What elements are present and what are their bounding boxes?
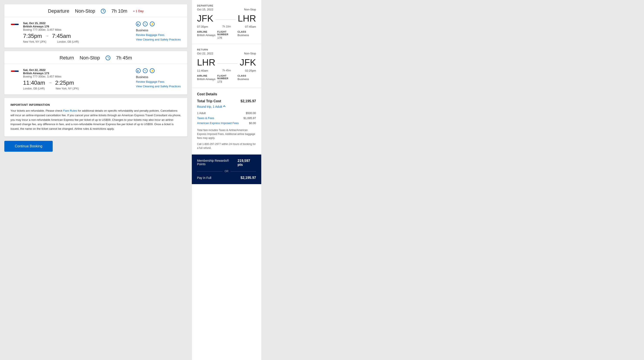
- departure-plus-day: + 1 Day: [133, 9, 144, 13]
- sidebar-departure-line: [216, 19, 236, 20]
- return-aircraft: Boeing 777-300er,: [23, 75, 46, 78]
- fare-rules-link[interactable]: Fare Rules: [63, 109, 77, 112]
- departure-arrive-time: 7:45am: [52, 33, 71, 40]
- departure-amenities: ▶ ∿ ⚡: [136, 22, 154, 26]
- return-entertainment-icon: ▶: [136, 68, 141, 73]
- call-note: Call 1-800-297-2977 within 24 hours of b…: [197, 142, 256, 150]
- important-body-start: Your tickets are refundable. Please chec…: [10, 109, 63, 112]
- return-power-icon: ⚡: [150, 68, 154, 73]
- continue-booking-button[interactable]: Continue Booking: [4, 141, 53, 152]
- return-baggage-link[interactable]: Review Baggage Fees: [136, 80, 164, 83]
- sidebar-ret-class-label: CLASS: [238, 74, 256, 77]
- return-clock-icon: [106, 56, 110, 60]
- total-trip-row: Total Trip Cost $2,195.97: [197, 99, 256, 103]
- sidebar-departure-duration: 7h 10m: [222, 25, 231, 28]
- total-trip-value: $2,195.97: [240, 99, 256, 103]
- sidebar-return-arrive: 02:25pm: [245, 69, 256, 72]
- wifi-icon: ∿: [143, 22, 148, 26]
- sidebar-dep-airline-value: British Airways: [197, 34, 216, 37]
- sidebar-departure-label: DEPARTURE: [197, 4, 256, 7]
- departure-duration: 7h 10m: [112, 8, 127, 14]
- points-label: Membership Rewards® Points: [197, 159, 238, 166]
- return-type: Non-Stop: [80, 55, 100, 61]
- departure-arrive-city: London, GB (LHR): [57, 40, 79, 43]
- sidebar-dep-airline-label: AIRLINE: [197, 30, 216, 33]
- sidebar-ret-flight-label: FLIGHT NUMBER: [217, 74, 236, 80]
- sidebar-return-to: JFK: [240, 57, 256, 68]
- taxes-value: $1,695.97: [244, 116, 256, 120]
- entertainment-icon: ▶: [136, 22, 141, 26]
- departure-flight-info: Sat, Oct 15, 2022 British Airways 176 Bo…: [23, 22, 132, 43]
- sidebar: DEPARTURE Oct 15, 2022 Non-Stop JFK LHR …: [192, 0, 261, 360]
- return-duration: 7h 45m: [116, 55, 132, 61]
- sidebar-dep-class-label: CLASS: [238, 30, 256, 33]
- sidebar-departure-section: DEPARTURE Oct 15, 2022 Non-Stop JFK LHR …: [192, 0, 261, 44]
- sidebar-departure-to: LHR: [238, 13, 256, 24]
- amex-value: $0.00: [249, 122, 256, 125]
- return-cleaning-link[interactable]: View Cleaning and Safety Practices: [136, 85, 181, 88]
- or-divider: OR: [197, 170, 256, 173]
- sidebar-return-times: 11:40am 7h 45m 02:25pm: [197, 69, 256, 72]
- adult-label: 1 Adult: [197, 112, 206, 115]
- return-amenities: ▶ ∿ ⚡: [136, 68, 154, 73]
- departure-card: Departure Non-Stop 7h 10m + 1 Day Sat, O…: [4, 4, 187, 48]
- sidebar-departure-date: Oct 15, 2022: [197, 8, 213, 11]
- return-miles: 3,457 Miles: [47, 75, 62, 78]
- round-trip-toggle[interactable]: Round trip, 1 Adult: [197, 105, 256, 108]
- arrow-icon: →: [45, 34, 49, 38]
- taxes-cost-row: Taxes & Fees $1,695.97: [197, 116, 256, 120]
- sidebar-return-airports: LHR JFK: [197, 57, 256, 68]
- sidebar-return-section: RETURN Oct 22, 2022 Non-Stop LHR JFK 11:…: [192, 44, 261, 88]
- sidebar-return-details: AIRLINE British Airways FLIGHT NUMBER 17…: [197, 74, 256, 83]
- total-trip-label: Total Trip Cost: [197, 99, 221, 103]
- sidebar-departure-airports: JFK LHR: [197, 13, 256, 24]
- return-wifi-icon: ∿: [143, 68, 148, 73]
- departure-cleaning-link[interactable]: View Cleaning and Safety Practices: [136, 38, 181, 41]
- sidebar-cost-section: Cost Details Total Trip Cost $2,195.97 R…: [192, 88, 261, 154]
- sidebar-dep-flight-value: 176: [217, 36, 236, 40]
- sidebar-return-from: LHR: [197, 57, 215, 68]
- departure-baggage-link[interactable]: Review Baggage Fees: [136, 33, 164, 36]
- sidebar-return-class-col: CLASS Business: [238, 74, 256, 83]
- sidebar-return-date-row: Oct 22, 2022 Non-Stop: [197, 52, 256, 55]
- sidebar-departure-date-row: Oct 15, 2022 Non-Stop: [197, 8, 256, 11]
- return-flight-info: Sat, Oct 22, 2022 British Airways 173 Bo…: [23, 68, 132, 90]
- sidebar-points-section: Membership Rewards® Points 219,597 pts O…: [192, 154, 261, 184]
- sidebar-return-line: [218, 63, 238, 64]
- or-text: OR: [225, 170, 228, 173]
- sidebar-departure-times: 07:35pm 7h 10m 07:45am: [197, 25, 256, 28]
- return-right: ▶ ∿ ⚡ Business Review Baggage Fees View …: [136, 68, 181, 88]
- sidebar-departure-details: AIRLINE British Airways FLIGHT NUMBER 17…: [197, 30, 256, 40]
- taxes-label: Taxes & Fees: [197, 116, 214, 120]
- sidebar-return-flight-col: FLIGHT NUMBER 173: [217, 74, 236, 83]
- important-info-section: IMPORTANT INFORMATION Your tickets are r…: [4, 98, 187, 136]
- return-header: Return Non-Stop 7h 45m: [4, 51, 187, 64]
- return-airline: British Airways 173: [23, 72, 49, 75]
- return-arrive-time: 2:25pm: [55, 80, 74, 86]
- round-trip-label: Round trip, 1 Adult: [197, 105, 222, 108]
- sidebar-ret-airline-value: British Airways: [197, 78, 216, 81]
- pay-row: Pay in Full $2,195.97: [197, 176, 256, 180]
- sidebar-dep-class-value: Business: [238, 34, 256, 37]
- departure-date: Sat, Oct 15, 2022: [23, 22, 46, 25]
- adult-value: $500.00: [246, 112, 256, 115]
- sidebar-ret-flight-value: 173: [217, 80, 236, 83]
- cost-title: Cost Details: [197, 92, 256, 96]
- departure-meta: Sat, Oct 15, 2022 British Airways 176 Bo…: [23, 22, 132, 31]
- departure-times: 7:35pm → 7:45am: [23, 33, 132, 40]
- pay-label: Pay in Full: [197, 176, 211, 180]
- amex-cost-row: American Express Imposed Fees $0.00: [197, 120, 256, 126]
- return-arrow-icon: →: [48, 80, 52, 85]
- sidebar-ret-class-value: Business: [238, 78, 256, 81]
- important-title: IMPORTANT INFORMATION: [10, 103, 181, 106]
- sidebar-departure-stop: Non-Stop: [244, 8, 256, 11]
- return-card: Return Non-Stop 7h 45m Sat, Oct 22, 2022…: [4, 51, 187, 94]
- sidebar-return-stop: Non-Stop: [244, 52, 256, 55]
- return-arrive-city: New York, NY (JFK): [56, 87, 78, 90]
- pay-value: $2,195.97: [240, 176, 256, 180]
- sidebar-departure-from: JFK: [197, 13, 213, 24]
- departure-airline: British Airways 176: [23, 25, 49, 28]
- sidebar-ret-airline-label: AIRLINE: [197, 74, 216, 77]
- departure-depart-city: New York, NY (JFK): [23, 40, 46, 43]
- departure-row: Sat, Oct 15, 2022 British Airways 176 Bo…: [4, 17, 187, 48]
